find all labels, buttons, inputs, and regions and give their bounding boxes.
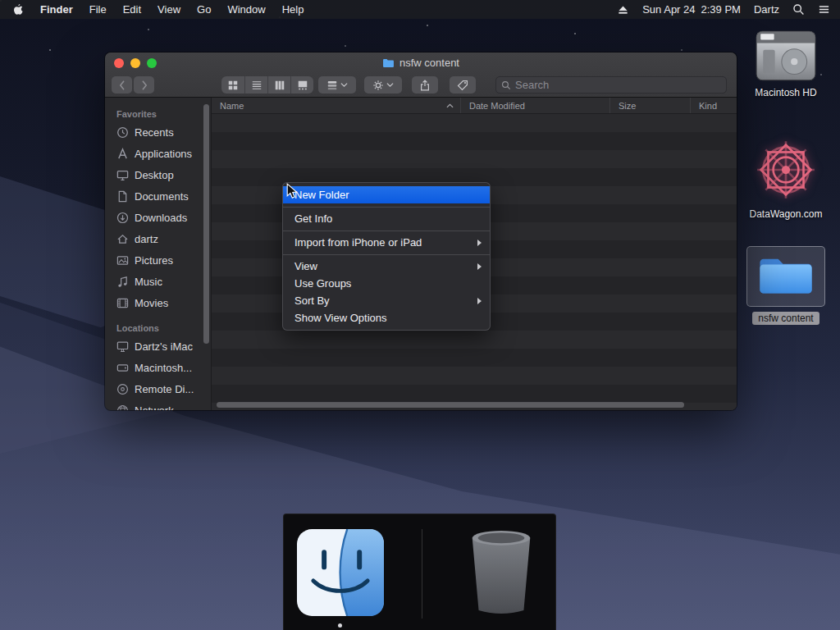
sidebar-item-label: Music [135,276,162,288]
chevron-down-icon [340,82,348,88]
search-input[interactable] [515,79,721,91]
zoom-button[interactable] [147,58,157,68]
sidebar-item-label: Movies [135,297,168,309]
menu-item-label: Get Info [294,212,332,225]
tags-button[interactable] [450,76,476,94]
chevron-down-icon [386,82,394,88]
sidebar-item-movies[interactable]: Movies [105,292,211,313]
recents-icon [116,126,129,139]
sidebar-item-music[interactable]: Music [105,271,211,292]
context-menu-item-get-info[interactable]: Get Info [283,210,490,227]
search-icon [792,3,805,16]
menu-window[interactable]: Window [219,3,273,16]
context-menu-item-sort-by[interactable]: Sort By [283,292,490,309]
toolbar [105,73,737,97]
title-bar[interactable]: nsfw content [105,52,737,73]
sidebar-item-label: Macintosh... [135,362,192,374]
traffic-lights [114,58,157,68]
sidebar-item-remote-disc[interactable]: Remote Di... [105,378,211,399]
applications-icon [116,148,129,160]
group-by-button[interactable] [318,76,356,94]
list-view-button[interactable] [244,76,267,94]
search-field[interactable] [495,76,727,94]
sidebar-item-label: Applications [135,148,192,160]
finder-running-indicator [338,623,342,628]
menu-separator [283,254,490,255]
close-button[interactable] [114,58,124,68]
context-menu-item-view[interactable]: View [283,258,490,275]
menu-file[interactable]: File [81,3,115,16]
sidebar-item-desktop[interactable]: Desktop [105,164,211,185]
desktop-icon-macintosh-hd[interactable]: Macintosh HD [740,30,832,98]
sidebar-item-recents[interactable]: Recents [105,121,211,143]
desktop-icon-nsfw-content[interactable]: nsfw content [740,246,832,325]
column-header-date-modified[interactable]: Date Modified [460,98,609,113]
context-menu-item-show-view-options[interactable]: Show View Options [283,309,490,326]
search-icon [501,80,511,90]
sidebar-item-label: Desktop [135,169,174,181]
sidebar-scrollbar[interactable] [203,104,209,344]
context-menu-item-use-groups[interactable]: Use Groups [283,275,490,292]
apple-menu[interactable] [10,3,32,16]
eject-menu-extra[interactable] [617,3,629,16]
menubar-time: 2:39 PM [701,3,741,16]
share-button[interactable] [412,76,438,94]
sidebar-item-label: Documents [135,190,189,203]
submenu-arrow-icon [477,239,482,247]
sidebar-item-applications[interactable]: Applications [105,143,211,164]
datawagon-mandala-icon [752,136,819,203]
context-menu-item-new-folder[interactable]: New Folder [283,186,490,203]
column-header-name[interactable]: Name [212,98,460,113]
sidebar-item-label: Pictures [135,254,173,267]
icon-view-button[interactable] [221,76,244,94]
column-header-size[interactable]: Size [609,98,690,113]
group-icon [326,80,338,91]
gallery-view-button[interactable] [290,76,313,94]
menu-item-label: Import from iPhone or iPad [294,236,422,249]
finder-dock-icon[interactable] [297,529,384,616]
dock [283,514,556,630]
icon-selection-highlight [746,246,825,307]
sidebar-item-network[interactable]: Network [105,399,211,410]
menu-item-label: View [294,260,317,272]
clock-menu-extra[interactable]: Sun Apr 24 2:39 PM [642,3,741,16]
sidebar-item-home-dartz[interactable]: dartz [105,228,211,249]
sidebar-item-label: Dartz's iMac [135,340,193,353]
sidebar-item-documents[interactable]: Documents [105,185,211,207]
sidebar-item-downloads[interactable]: Downloads [105,207,211,228]
folder-proxy-icon[interactable] [382,58,395,68]
trash-dock-icon[interactable] [461,526,541,618]
menu-view[interactable]: View [149,3,189,16]
notification-center-menu-extra[interactable] [818,3,830,16]
sidebar-item-macintosh-hd[interactable]: Macintosh... [105,357,211,378]
menu-help[interactable]: Help [274,3,313,16]
minimize-button[interactable] [130,58,140,68]
sidebar-item-pictures[interactable]: Pictures [105,249,211,271]
action-menu-button[interactable] [364,76,402,94]
column-view-button[interactable] [267,76,290,94]
app-menu-finder[interactable]: Finder [32,3,81,16]
back-button[interactable] [112,76,132,94]
window-title: nsfw content [399,57,459,69]
sidebar-item-dartzs-imac[interactable]: Dartz's iMac [105,336,211,357]
menu-edit[interactable]: Edit [115,3,149,16]
desktop[interactable]: Finder File Edit View Go Window Help Sun… [0,0,840,630]
menubar-date: Sun Apr 24 [642,3,695,16]
context-menu-item-import-from-iphone[interactable]: Import from iPhone or iPad [283,234,490,251]
menu-item-label: Sort By [294,294,330,307]
user-switch-menu[interactable]: Dartz [754,3,779,16]
column-header-kind[interactable]: Kind [690,98,737,113]
eject-icon [617,3,629,16]
menu-go[interactable]: Go [189,3,219,16]
list-view-icon [251,80,262,91]
sidebar-section-locations: Locations [105,320,211,336]
forward-button[interactable] [134,76,154,94]
horizontal-scrollbar[interactable] [217,402,684,408]
desktop-icon-datawagon[interactable]: DataWagon.com [740,136,832,220]
gear-icon [372,80,384,91]
spotlight-menu-extra[interactable] [792,3,805,16]
list-lines-icon [818,3,830,16]
tag-icon [457,80,468,91]
folder-icon [757,253,815,299]
sidebar-section-favorites: Favorites [105,106,211,121]
